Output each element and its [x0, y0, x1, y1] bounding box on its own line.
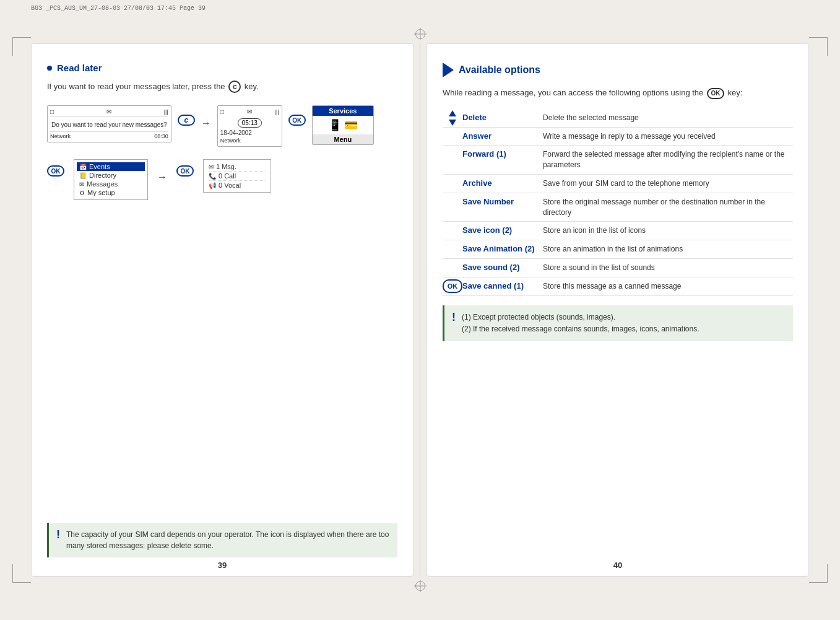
option-desc: Store an animation in the list of animat…: [543, 240, 793, 259]
msg-count-call: 📞 0 Call: [209, 172, 266, 181]
options-table: DeleteDelete the selected messageAnswerW…: [443, 109, 793, 296]
option-row: Forward (1)Forward the selected message …: [443, 146, 793, 175]
footnote-exclaim-col: !: [452, 312, 456, 335]
right-page: Available options While reading a messag…: [426, 43, 809, 577]
events-icon: 📅: [79, 164, 87, 170]
option-name: Save icon (2): [462, 222, 543, 240]
c-key-btn: c: [178, 115, 195, 126]
option-desc: Store an icon in the list of icons: [543, 222, 793, 240]
page-divider: [420, 43, 420, 577]
ok-btn-table: OK: [443, 279, 462, 293]
right-page-number: 40: [613, 561, 622, 570]
option-name: Archive: [462, 174, 543, 193]
directory-icon: 📒: [79, 172, 87, 179]
footnote-line-2: (2) If the received message contains sou…: [462, 323, 699, 335]
phone2-header: □ ✉ |||: [220, 108, 279, 115]
option-row: Save NumberStore the original message nu…: [443, 193, 793, 222]
option-name: Save Number: [462, 193, 543, 222]
right-footnote-box: ! (1) Except protected objects (sounds, …: [443, 305, 793, 341]
phone2-envelope-icon: □: [220, 108, 224, 115]
call-icon: 📞: [209, 173, 216, 180]
option-name: Answer: [462, 127, 543, 146]
bullet-dot: [47, 66, 52, 71]
arrow-right-2: →: [157, 159, 167, 183]
option-row: AnswerWrite a message in reply to a mess…: [443, 127, 793, 146]
ok-btn-area-2: OK: [47, 159, 64, 177]
menu-row: OK 📅 Events 📒 Directory ✉ Messages ⚙: [47, 159, 397, 200]
note-exclaim-icon: !: [56, 529, 60, 551]
ok-btn-area-1: OK: [288, 105, 306, 126]
nav-arrow-up: [449, 110, 456, 116]
left-page: Read later If you want to read your mess…: [31, 43, 414, 577]
phone1-envelope-icon: □: [50, 108, 54, 115]
ok-button-2: OK: [47, 165, 64, 177]
nav-col: [443, 174, 462, 193]
phone2-time-display: 05:13: [220, 116, 279, 128]
msg-count-vocal: 📢 0 Vocal: [209, 181, 266, 190]
option-desc: Delete the selected message: [543, 109, 793, 127]
services-icons-area: 📱 💳: [313, 116, 373, 134]
option-name: Save sound (2): [462, 258, 543, 277]
phone1-header: □ ✉ |||: [50, 108, 168, 117]
triangle-icon: [443, 63, 454, 77]
option-row: DeleteDelete the selected message: [443, 109, 793, 127]
avail-options-title: Available options: [459, 64, 540, 76]
phone-screen-2: □ ✉ ||| 05:13 18-04-2002 Network: [217, 105, 282, 147]
mysetup-icon: ⚙: [79, 190, 85, 196]
phone2-mail-icon: ✉: [247, 108, 252, 115]
events-menu: 📅 Events 📒 Directory ✉ Messages ⚙ My set…: [74, 159, 148, 200]
corner-mark-br: [809, 564, 828, 583]
read-later-label: Read later: [57, 63, 102, 73]
c-key: c: [228, 81, 241, 93]
option-desc: Write a message in reply to a message yo…: [543, 127, 793, 146]
option-name: Save canned (1): [462, 277, 543, 295]
option-name: Delete: [462, 109, 543, 127]
ok-key-inline: OK: [707, 88, 724, 99]
services-menu-box: Services 📱 💳 Menu: [312, 105, 374, 145]
phone1-mail-icon: ✉: [106, 108, 111, 115]
phone1-signal: |||: [164, 109, 168, 115]
footnote-text: (1) Except protected objects (sounds, im…: [462, 312, 699, 335]
option-desc: Forward the selected message after modif…: [543, 146, 793, 175]
corner-mark-bl: [12, 564, 31, 583]
phones-first-row: □ ✉ ||| Do you want to read your new mes…: [47, 105, 397, 147]
phone1-footer: Network 08:30: [50, 131, 168, 139]
messages-icon: ✉: [79, 181, 84, 188]
arrow-right-1: →: [201, 105, 211, 129]
corner-mark-tr: [809, 37, 828, 56]
events-menu-item-messages: ✉ Messages: [79, 180, 142, 188]
left-page-number: 39: [218, 561, 227, 570]
phone-screen-1: □ ✉ ||| Do you want to read your new mes…: [47, 105, 171, 142]
ok-btn-area-3: OK: [176, 159, 194, 177]
left-note-box: ! The capacity of your SIM card depends …: [47, 523, 397, 557]
phone2-date: 18-04-2002: [220, 128, 279, 138]
services-header: Services: [313, 106, 373, 116]
option-desc: Store this message as a canned message: [543, 277, 793, 295]
phone2-footer: Network: [220, 138, 279, 144]
nav-col: [443, 146, 462, 175]
nav-arrow-down: [449, 120, 456, 126]
ok-button-3: OK: [176, 165, 194, 177]
note-text: The capacity of your SIM card depends on…: [66, 529, 390, 551]
option-desc: Save from your SIM card to the telephone…: [543, 174, 793, 193]
services-menu-label: Menu: [313, 134, 373, 144]
option-row: Save sound (2)Store a sound in the list …: [443, 258, 793, 277]
msg-count-msg: ✉ 1 Msg.: [209, 162, 266, 172]
nav-col: OK: [443, 277, 462, 295]
phone2-signal: |||: [275, 109, 279, 115]
read-later-title: Read later: [47, 63, 397, 73]
option-row: OKSave canned (1)Store this message as a…: [443, 277, 793, 295]
ok-button-1: OK: [288, 115, 306, 126]
avail-options-intro: While reading a message, you can access …: [443, 87, 793, 100]
header-text: BG3 _PCS_AUS_UM_27-08-03 27/08/03 17:45 …: [31, 5, 206, 12]
option-row: ArchiveSave from your SIM card to the te…: [443, 174, 793, 193]
option-row: Save Animation (2)Store an animation in …: [443, 240, 793, 259]
footnote-line-1: (1) Except protected objects (sounds, im…: [462, 312, 699, 323]
msg-count-box: ✉ 1 Msg. 📞 0 Call 📢 0 Vocal: [203, 159, 271, 193]
option-name: Forward (1): [462, 146, 543, 175]
avail-options-header: Available options: [443, 63, 793, 77]
reg-mark-top: [414, 28, 426, 40]
nav-col: [443, 109, 462, 127]
c-key-area: c: [178, 105, 195, 126]
footnote-exclaim-icon: !: [452, 311, 456, 323]
